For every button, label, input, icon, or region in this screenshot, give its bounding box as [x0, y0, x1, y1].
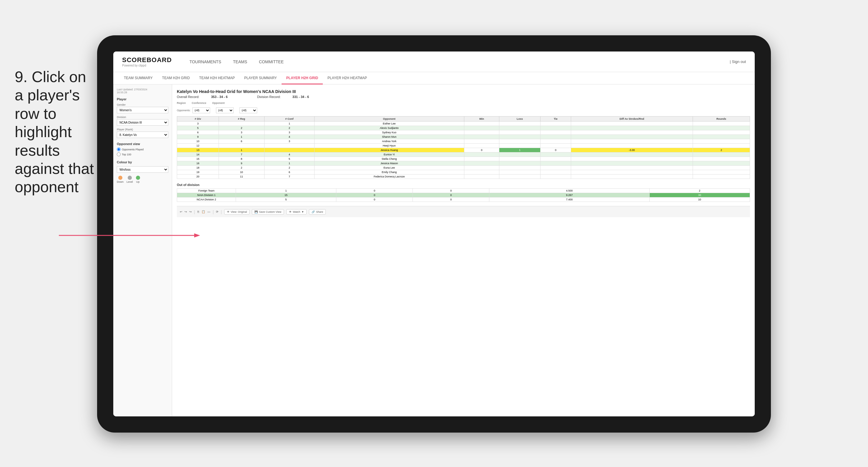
redo2-icon[interactable]: ↪ [189, 210, 191, 213]
nav-items: TOURNAMENTS TEAMS COMMITTEE [184, 52, 730, 72]
bottom-toolbar: ↩ ↪ ↪ | ⎘ 📋 — | ⟳ | 👁 View: Original 💾 [177, 206, 750, 217]
left-panel: Last Updated: 27/03/2024 16:55:28 Player… [113, 85, 172, 416]
division-record-value: 331 - 34 - 6 [292, 95, 309, 99]
toolbar-sep2: | [213, 210, 214, 214]
tab-team-h2h-heatmap[interactable]: TEAM H2H HEATMAP [194, 72, 240, 85]
conference-select-row: (All) [216, 107, 234, 113]
out-row-ncaa2[interactable]: NCAA Division 2 5 0 0 7.400 10 [177, 197, 750, 202]
paste-icon[interactable]: 📋 [202, 210, 205, 213]
tab-team-summary[interactable]: TEAM SUMMARY [119, 72, 157, 85]
tablet-screen: SCOREBOARD Powered by clippd TOURNAMENTS… [113, 52, 755, 416]
colour-by-select[interactable]: Win/loss [117, 166, 168, 173]
radio-opponents-played[interactable]: Opponents Played [117, 148, 168, 151]
header-rounds: Rounds [693, 117, 750, 122]
nav-teams[interactable]: TEAMS [227, 52, 253, 72]
filters-row: Region Conference Opponent [177, 101, 750, 104]
header-div: # Div [177, 117, 219, 122]
right-content: Katelyn Vo Head-to-Head Grid for Women's… [172, 85, 755, 416]
out-row-naia1[interactable]: NAIA Division 1 15 0 0 9.267 30 [177, 193, 750, 197]
colour-by-title: Colour by [117, 160, 168, 164]
logo-text: SCOREBOARD [122, 56, 172, 64]
tab-player-h2h-heatmap[interactable]: PLAYER H2H HEATMAP [323, 72, 372, 85]
dash-icon[interactable]: — [208, 210, 210, 213]
watch-icon: 👁 [289, 210, 291, 213]
out-of-division-table: Foreign Team 1 0 0 4.500 2 NAIA Division… [177, 188, 750, 202]
conference-select[interactable]: (All) [216, 107, 234, 113]
table-row[interactable]: 1063 Andrea York [177, 139, 750, 144]
player-section-title: Player [117, 97, 168, 101]
panel-timestamp: Last Updated: 27/03/2024 16:55:28 [117, 88, 168, 94]
instruction-body: Click on a player's row to highlight res… [15, 68, 94, 195]
gender-select[interactable]: Women's [117, 107, 168, 113]
copy-icon[interactable]: ⎘ [197, 210, 199, 213]
region-filter: Region [177, 101, 186, 104]
dot-up: Up [136, 176, 140, 183]
logo-area: SCOREBOARD Powered by clippd [122, 56, 172, 67]
header-reg: # Reg [219, 117, 264, 122]
player-rank-label: Player (Rank) [117, 128, 168, 131]
refresh-icon[interactable]: ⟳ [216, 210, 218, 213]
table-row[interactable]: 1585 Stella Cheng [177, 157, 750, 161]
opponent-select-row: (All) [240, 107, 257, 113]
header-opponent: Opponent [314, 117, 464, 122]
out-of-division-section: Out of division Foreign Team 1 0 0 4.500… [177, 183, 750, 202]
watch-button[interactable]: 👁 Watch ▼ [286, 209, 307, 215]
step-number: 9. [15, 68, 27, 85]
redo-icon[interactable]: ↪ [185, 210, 187, 213]
out-row-foreign[interactable]: Foreign Team 1 0 0 4.500 2 [177, 189, 750, 193]
instruction-text: 9. Click on a player's row to highlight … [15, 68, 97, 196]
table-row[interactable]: 12 Heeji Hyun [177, 144, 750, 148]
gender-label: Gender [117, 103, 168, 106]
grid-title: Katelyn Vo Head-to-Head Grid for Women's… [177, 89, 296, 94]
table-row[interactable]: 19106 Emily Chang [177, 170, 750, 175]
opponent-select[interactable]: (All) [240, 107, 257, 113]
tab-team-h2h-grid[interactable]: TEAM H2H GRID [157, 72, 194, 85]
dot-level: Level [126, 176, 133, 183]
opponent-filter: Opponent [212, 101, 225, 104]
top-nav: SCOREBOARD Powered by clippd TOURNAMENTS… [113, 52, 755, 72]
nav-committee[interactable]: COMMITTEE [253, 52, 289, 72]
toolbar-sep3: | [221, 210, 222, 214]
table-row[interactable]: 1474 Eunice Yi [177, 152, 750, 157]
share-button[interactable]: 🔗 Share [309, 209, 326, 215]
header-tie: Tie [540, 117, 571, 122]
table-row[interactable]: 633 Sydney Kuo [177, 130, 750, 135]
table-row[interactable]: 1691 Jessica Mason [177, 161, 750, 166]
tab-player-h2h-grid[interactable]: PLAYER H2H GRID [282, 72, 323, 85]
header-diff: Diff Av Strokes/Rnd [571, 117, 693, 122]
view-original-button[interactable]: 👁 View: Original [224, 209, 249, 215]
division-label: Division [117, 116, 168, 119]
sub-nav: TEAM SUMMARY TEAM H2H GRID TEAM H2H HEAT… [113, 72, 755, 85]
player-rank-select[interactable]: 8. Katelyn Vo [117, 131, 168, 138]
share-icon: 🔗 [312, 210, 315, 213]
region-select[interactable]: (All) [192, 107, 210, 113]
tab-player-summary[interactable]: PLAYER SUMMARY [240, 72, 282, 85]
table-row[interactable]: 1822 Euna Lee [177, 166, 750, 170]
tablet-frame: SCOREBOARD Powered by clippd TOURNAMENTS… [97, 35, 771, 433]
logo-sub: Powered by clippd [122, 64, 172, 67]
opponents-label-row: Opponents: (All) [177, 107, 210, 113]
save-icon: 💾 [254, 210, 258, 213]
table-row[interactable]: 31 Esther Lee [177, 122, 750, 126]
division-record-label: Division Record: [257, 95, 281, 99]
division-select[interactable]: NCAA Division III [117, 119, 168, 126]
table-row[interactable]: 914 Sharon Mun [177, 135, 750, 139]
radio-top100[interactable]: Top 100 [117, 152, 168, 156]
sign-out[interactable]: | Sign out [730, 59, 746, 64]
conference-filter: Conference [192, 101, 207, 104]
table-row[interactable]: 522 Alexis Sudjianto [177, 126, 750, 130]
undo-icon[interactable]: ↩ [180, 210, 182, 213]
header-conf: # Conf [264, 117, 314, 122]
main-content: Last Updated: 27/03/2024 16:55:28 Player… [113, 85, 755, 416]
nav-tournaments[interactable]: TOURNAMENTS [184, 52, 227, 72]
overall-record-label: Overall Record: [177, 95, 199, 99]
table-row-highlighted[interactable]: 131 Jessica Huang 0 1 0 -3.00 2 [177, 148, 750, 152]
save-custom-view-button[interactable]: 💾 Save Custom View [252, 209, 284, 215]
table-row[interactable]: 20117 Federica Domecq Lacroze [177, 175, 750, 179]
filters-selects-row: Opponents: (All) (All) (All) [177, 107, 750, 113]
dot-down: Down [117, 176, 124, 183]
watch-dropdown-icon: ▼ [301, 210, 304, 213]
header-loss: Loss [499, 117, 540, 122]
overall-record-value: 353 - 34 - 6 [211, 95, 227, 99]
opponent-view-title: Opponent view [117, 142, 168, 146]
